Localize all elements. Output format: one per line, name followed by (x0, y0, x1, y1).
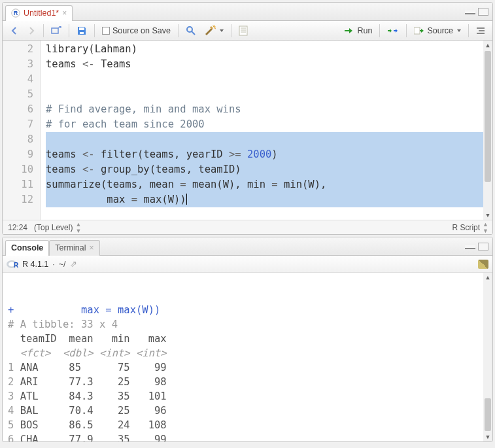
code-line[interactable]: # Find average, min and max wins (46, 102, 492, 117)
scroll-down-icon[interactable]: ▼ (483, 211, 492, 220)
svg-text:R: R (14, 262, 18, 269)
separator (178, 24, 179, 37)
maximize-pane-icon[interactable] (478, 243, 488, 250)
r-version-label: R 4.1.1 (22, 260, 48, 269)
source-button[interactable]: Source (411, 25, 464, 37)
r-file-icon: R (11, 9, 20, 18)
console-line: 4 BAL 70.4 25 96 (8, 404, 487, 418)
separator (94, 24, 95, 37)
console-line: 2 ARI 77.3 25 98 (8, 375, 487, 389)
console-line: 1 ANA 85 75 99 (8, 360, 487, 375)
pane-window-controls (465, 243, 488, 250)
console-line: <fct> <dbl> <int> <int> (8, 346, 487, 360)
console-line: 5 BOS 86.5 24 108 (8, 418, 487, 432)
separator (43, 24, 44, 37)
code-line[interactable]: teams <- group_by(teams, teamID) (46, 162, 492, 177)
separator (69, 24, 69, 37)
dropdown-caret-icon (457, 29, 461, 32)
scrollbar-thumb[interactable] (485, 51, 491, 182)
code-line[interactable] (46, 87, 492, 102)
back-nav-button[interactable] (7, 25, 22, 37)
console-line: 3 ATL 84.3 35 101 (8, 389, 487, 404)
separator (468, 24, 469, 37)
console-line: 6 CHA 77.9 35 99 (8, 432, 487, 441)
source-editor[interactable]: 23456789101112 library(Lahman)teams <- T… (3, 41, 492, 220)
code-line[interactable]: # for each team since 2000 (46, 117, 492, 132)
source-on-save-toggle[interactable]: Source on Save (99, 25, 174, 37)
source-on-save-label: Source on Save (112, 26, 171, 35)
source-statusbar: 12:24 (Top Level) ▲▼ R Script ▲▼ (3, 220, 492, 234)
code-area[interactable]: library(Lahman)teams <- Teams # Find ave… (41, 41, 492, 220)
cursor-position: 12:24 (8, 223, 27, 232)
source-tabstrip: R Untitled1* × (3, 3, 492, 21)
code-line[interactable]: teams <- Teams (46, 57, 492, 72)
svg-rect-2 (52, 28, 58, 33)
wd-popup-icon[interactable]: ⇗ (70, 259, 77, 269)
file-tab-label: Untitled1* (24, 9, 59, 18)
minimize-pane-icon[interactable] (465, 10, 475, 14)
maximize-pane-icon[interactable] (478, 8, 488, 16)
compile-report-button[interactable] (235, 24, 251, 37)
svg-rect-7 (239, 26, 247, 35)
svg-line-6 (192, 31, 195, 35)
scrollbar-thumb[interactable] (485, 398, 491, 431)
scroll-up-icon[interactable]: ▲ (483, 41, 492, 50)
scroll-down-icon[interactable]: ▼ (483, 432, 492, 441)
outline-button[interactable] (473, 26, 488, 36)
code-line[interactable] (46, 132, 492, 147)
code-line[interactable]: library(Lahman) (46, 42, 492, 57)
clear-console-icon[interactable] (478, 260, 488, 269)
console-output[interactable]: + max = max(W))# A tibble: 33 x 4 teamID… (3, 273, 492, 441)
pane-window-controls (465, 8, 488, 16)
scroll-up-icon[interactable]: ▲ (483, 273, 492, 282)
code-line[interactable]: summarize(teams, mean = mean(W), min = m… (46, 177, 492, 192)
separator (231, 24, 231, 37)
separator (379, 24, 380, 37)
svg-rect-11 (414, 27, 420, 34)
console-line: # A tibble: 33 x 4 (8, 317, 487, 332)
scope-selector[interactable]: (Top Level) (34, 223, 73, 232)
console-line: + max = max(W)) (8, 303, 487, 317)
svg-text:R: R (14, 10, 18, 16)
dot-separator: · (52, 260, 54, 269)
console-line: teamID mean min max (8, 332, 487, 346)
find-replace-button[interactable] (182, 24, 199, 37)
rerun-button[interactable] (384, 26, 402, 36)
close-tab-icon[interactable]: × (62, 9, 67, 18)
console-pane: Console Terminal × R R 4.1.1 · ~/ ⇗ + ma… (2, 237, 493, 442)
line-number-gutter: 23456789101112 (3, 41, 41, 220)
minimize-pane-icon[interactable] (465, 245, 475, 249)
code-line[interactable]: max = max(W)) (46, 192, 492, 207)
svg-rect-3 (79, 27, 84, 30)
console-toolbar: R R 4.1.1 · ~/ ⇗ (3, 256, 492, 273)
code-line[interactable]: teams <- filter(teams, yearID >= 2000) (46, 147, 492, 162)
vertical-scrollbar[interactable]: ▲ ▼ (483, 41, 492, 220)
source-pane: R Untitled1* × Source on Save (2, 2, 493, 235)
source-on-save-checkbox[interactable] (102, 27, 110, 35)
code-tools-button[interactable] (201, 24, 227, 37)
working-directory[interactable]: ~/ (59, 260, 66, 269)
file-tab-untitled1[interactable]: R Untitled1* × (5, 5, 73, 21)
tab-terminal[interactable]: Terminal × (49, 240, 99, 256)
terminal-tab-label: Terminal (55, 243, 86, 252)
save-button[interactable] (73, 24, 90, 37)
updown-icon[interactable]: ▲▼ (75, 221, 80, 234)
console-tabstrip: Console Terminal × (3, 237, 492, 256)
svg-point-5 (187, 27, 192, 32)
vertical-scrollbar[interactable]: ▲ ▼ (483, 273, 492, 441)
source-toolbar: Source on Save Run Source (3, 21, 492, 41)
show-in-new-window-button[interactable] (48, 25, 65, 37)
close-tab-icon[interactable]: × (90, 243, 94, 252)
console-tab-label: Console (11, 243, 43, 252)
source-button-label: Source (427, 26, 453, 35)
run-button-label: Run (357, 26, 372, 35)
separator (406, 24, 407, 37)
dropdown-caret-icon (220, 29, 224, 32)
run-button[interactable]: Run (341, 25, 375, 37)
code-line[interactable] (46, 72, 492, 87)
language-mode[interactable]: R Script (452, 223, 480, 232)
forward-nav-button[interactable] (24, 25, 39, 37)
tab-console[interactable]: Console (5, 240, 49, 256)
svg-rect-4 (80, 32, 84, 34)
updown-icon[interactable]: ▲▼ (483, 221, 487, 234)
